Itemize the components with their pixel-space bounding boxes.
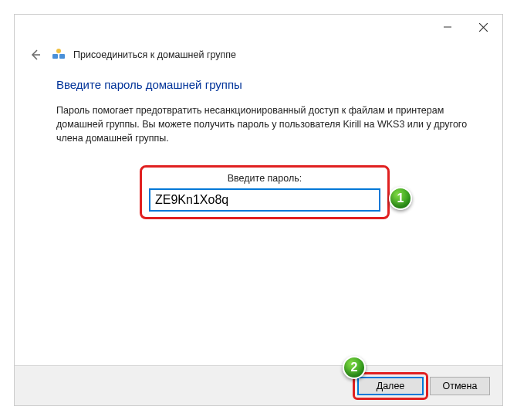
password-input[interactable] — [149, 188, 380, 212]
description-text: Пароль помогает предотвратить несанкцион… — [56, 103, 475, 145]
svg-rect-4 — [52, 54, 58, 59]
annotation-marker-1: 1 — [389, 187, 412, 210]
homegroup-icon — [52, 48, 66, 62]
close-button[interactable] — [465, 15, 501, 39]
dialog-window: Присоединиться к домашней группе Введите… — [14, 14, 503, 406]
minimize-button[interactable] — [430, 15, 465, 39]
svg-point-6 — [56, 49, 61, 53]
back-button[interactable] — [25, 46, 44, 64]
page-heading: Введите пароль домашней группы — [56, 78, 475, 91]
password-section: Введите пароль: — [149, 173, 380, 212]
footer-bar: Далее Отмена — [15, 365, 502, 405]
titlebar — [15, 15, 502, 39]
annotation-marker-2: 2 — [343, 356, 366, 379]
window-title: Присоединиться к домашней группе — [73, 49, 236, 60]
next-button-wrap: Далее — [357, 377, 424, 395]
svg-rect-5 — [59, 54, 65, 59]
next-button[interactable]: Далее — [357, 377, 424, 395]
header: Присоединиться к домашней группе — [15, 39, 502, 67]
password-label: Введите пароль: — [149, 173, 380, 184]
cancel-button[interactable]: Отмена — [430, 377, 490, 395]
content-area: Введите пароль домашней группы Пароль по… — [15, 67, 502, 212]
